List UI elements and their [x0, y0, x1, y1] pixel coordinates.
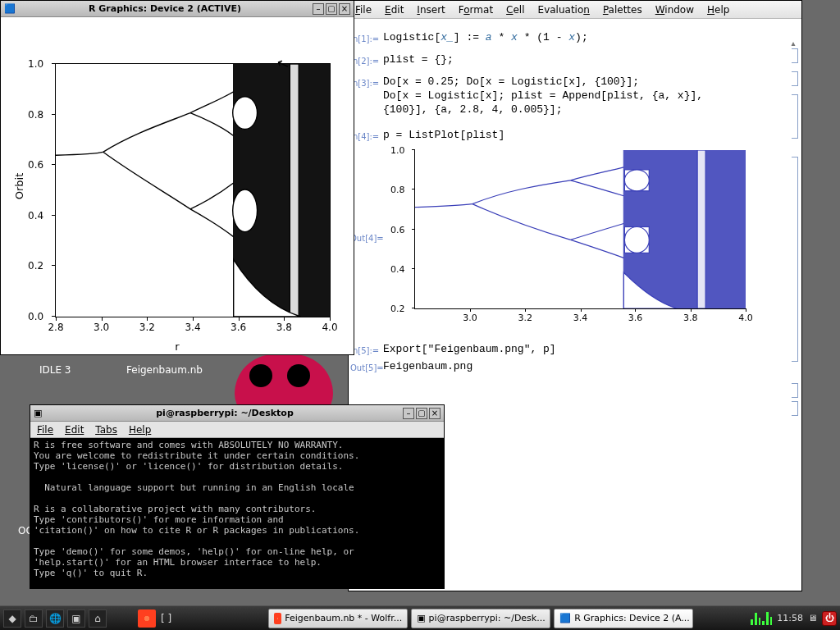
- menu-file[interactable]: File: [355, 4, 372, 16]
- menu-insert[interactable]: Insert: [417, 4, 445, 16]
- terminal-launch-icon[interactable]: ▣: [67, 609, 85, 628]
- terminal-icon: ▣: [417, 613, 425, 623]
- cell-bracket[interactable]: [792, 94, 798, 139]
- desktop-icon-idle[interactable]: IDLE 3: [39, 364, 71, 376]
- cell-4[interactable]: p = ListPlot[plist]: [383, 129, 504, 141]
- power-button[interactable]: ⏻: [822, 611, 837, 626]
- cell-bracket[interactable]: [792, 401, 798, 416]
- listplot-output: Out[4]=: [383, 145, 769, 329]
- term-menu-edit[interactable]: Edit: [65, 424, 84, 436]
- cell-bracket[interactable]: [792, 157, 798, 362]
- menu-cell[interactable]: Cell: [506, 4, 524, 16]
- r-graphics-window: 🟦 R Graphics: Device 2 (ACTIVE) – ▢ × Or…: [0, 0, 354, 355]
- close-button[interactable]: ×: [429, 408, 441, 419]
- r-title: R Graphics: Device 2 (ACTIVE): [19, 3, 311, 14]
- term-menubar: File Edit Tabs Help: [30, 422, 444, 438]
- filemanager-icon[interactable]: 🗀: [25, 609, 43, 628]
- out-label-4: Out[4]=: [350, 234, 384, 243]
- task-rgraphics[interactable]: 🟦 R Graphics: Device 2 (A...: [554, 609, 693, 628]
- in-label-3: In[3]:=: [350, 76, 379, 90]
- close-button[interactable]: ×: [339, 3, 350, 15]
- cell-1[interactable]: Logistic[x_] := a * x * (1 - x);: [383, 31, 588, 43]
- r-plot-frame: 0.0 0.2 0.4 0.6 0.8 1.0 2.8 3.0 3.2 3.4 …: [55, 63, 331, 317]
- svg-rect-7: [290, 64, 299, 317]
- term-menu-help[interactable]: Help: [129, 424, 151, 436]
- svg-point-5: [233, 97, 258, 130]
- term-title: pi@raspberrypi: ~/Desktop: [48, 408, 401, 418]
- minimize-button[interactable]: –: [313, 3, 324, 15]
- cell-bracket[interactable]: [792, 383, 798, 398]
- menu-help[interactable]: Help: [707, 4, 729, 16]
- mathematica-icon: [274, 613, 281, 624]
- svg-point-3: [624, 227, 649, 253]
- browser-icon[interactable]: 🌐: [46, 609, 64, 628]
- r-icon: 🟦: [559, 613, 571, 623]
- r-plot-area: Orbit r ↖: [1, 17, 354, 354]
- menu-palettes[interactable]: Palettes: [603, 4, 642, 16]
- workspace-indicator[interactable]: [ ]: [161, 613, 171, 624]
- in-label-5: In[5]:=: [350, 344, 379, 358]
- maximize-button[interactable]: ▢: [326, 3, 337, 15]
- menu-format[interactable]: Format: [459, 4, 493, 16]
- cell-5[interactable]: Export["Feigenbaum.png", p]: [383, 343, 556, 355]
- cell-bracket[interactable]: [792, 48, 798, 63]
- in-label-1: In[1]:=: [350, 32, 379, 46]
- scroll-up-icon[interactable]: ▴: [788, 39, 798, 48]
- x-axis-label: r: [175, 340, 179, 353]
- terminal-icon: ▣: [34, 408, 45, 419]
- maximize-button[interactable]: ▢: [416, 408, 427, 419]
- task-terminal[interactable]: ▣ pi@raspberrypi: ~/Desk...: [411, 609, 550, 628]
- terminal-window: ▣ pi@raspberrypi: ~/Desktop – ▢ × File E…: [30, 404, 445, 589]
- menu-window[interactable]: Window: [655, 4, 694, 16]
- out-label-5: Out[5]=: [350, 361, 384, 375]
- math-menubar: File Edit Insert Format Cell Evaluation …: [349, 1, 801, 19]
- task-feigenbaum[interactable]: Feigenbaum.nb * - Wolfr...: [268, 609, 408, 628]
- show-desktop-icon[interactable]: ⌂: [89, 609, 107, 628]
- term-menu-file[interactable]: File: [37, 424, 53, 436]
- cell-2[interactable]: plist = {};: [383, 53, 454, 66]
- r-titlebar[interactable]: 🟦 R Graphics: Device 2 (ACTIVE) – ▢ ×: [1, 1, 354, 17]
- term-menu-tabs[interactable]: Tabs: [95, 424, 117, 436]
- menu-evaluation[interactable]: Evaluation: [538, 4, 590, 16]
- svg-point-2: [624, 170, 649, 191]
- system-tray: 11:58 🖥 ⏻: [751, 609, 837, 628]
- cell-out5: Feigenbaum.png: [383, 360, 472, 372]
- in-label-2: In[2]:=: [350, 54, 379, 68]
- menu-edit[interactable]: Edit: [385, 4, 404, 16]
- minimize-button[interactable]: –: [403, 408, 414, 419]
- bifurcation-plot-black: [56, 64, 330, 317]
- r-app-icon: 🟦: [4, 3, 16, 15]
- term-titlebar[interactable]: ▣ pi@raspberrypi: ~/Desktop – ▢ ×: [30, 405, 444, 422]
- cell-3[interactable]: Do[x = 0.25; Do[x = Logistic[x], {100}];…: [383, 75, 785, 116]
- start-menu-icon[interactable]: ◆: [3, 609, 21, 628]
- desktop-icon-feigen[interactable]: Feigenbaum.nb: [126, 364, 203, 376]
- taskbar: ◆ 🗀 🌐 ▣ ⌂ [ ] Feigenbaum.nb * - Wolfr...…: [0, 605, 840, 630]
- cell-bracket[interactable]: [792, 71, 798, 86]
- svg-point-6: [233, 189, 258, 232]
- in-label-4: In[4]:=: [350, 130, 379, 144]
- terminal-output[interactable]: R is free software and comes with ABSOLU…: [30, 438, 444, 588]
- mathematica-launcher-icon[interactable]: [138, 609, 156, 628]
- cpu-meter-icon[interactable]: [751, 612, 772, 625]
- lock-icon[interactable]: 🖥: [808, 613, 817, 623]
- svg-rect-4: [697, 150, 705, 308]
- y-axis-label: Orbit: [13, 172, 25, 199]
- bifurcation-plot-blue: [415, 150, 746, 308]
- clock[interactable]: 11:58: [777, 613, 803, 623]
